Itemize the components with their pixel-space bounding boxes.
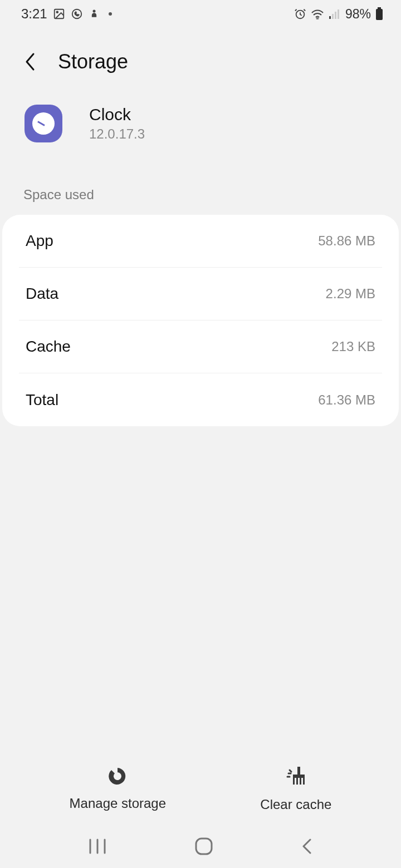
row-cache[interactable]: Cache 213 KB [19, 320, 382, 373]
broom-icon [284, 766, 307, 790]
row-value: 213 KB [331, 339, 375, 354]
row-total[interactable]: Total 61.36 MB [19, 373, 382, 426]
section-label: Space used [0, 154, 401, 215]
action-label: Manage storage [70, 796, 166, 811]
svg-rect-6 [329, 16, 331, 19]
status-right: 98% [294, 7, 383, 22]
svg-rect-9 [338, 9, 339, 19]
svg-rect-13 [293, 778, 295, 785]
svg-rect-15 [300, 778, 301, 785]
gallery-icon [53, 8, 65, 20]
nav-back-button[interactable] [301, 837, 313, 857]
row-app[interactable]: App 58.86 MB [19, 215, 382, 268]
alarm-icon [294, 8, 306, 20]
svg-rect-12 [297, 767, 300, 775]
svg-rect-14 [296, 778, 298, 785]
person-icon [89, 8, 100, 20]
dot-icon [109, 12, 112, 16]
svg-rect-16 [303, 778, 305, 785]
status-bar: 3:21 98% [0, 0, 401, 28]
svg-rect-20 [196, 839, 212, 854]
header: Storage [0, 28, 401, 90]
svg-point-3 [92, 10, 95, 13]
row-value: 58.86 MB [318, 233, 375, 249]
space-used-card: App 58.86 MB Data 2.29 MB Cache 213 KB T… [2, 215, 399, 426]
app-version: 12.0.17.3 [89, 126, 145, 142]
svg-rect-10 [378, 7, 381, 9]
row-label: App [26, 232, 53, 250]
clear-cache-button[interactable]: Clear cache [260, 766, 331, 812]
bottom-actions: Manage storage Clear cache [0, 754, 401, 823]
status-time: 3:21 [21, 6, 47, 22]
page-title: Storage [58, 50, 128, 73]
app-info: Clock 12.0.17.3 [0, 90, 401, 154]
svg-point-1 [56, 11, 58, 13]
svg-rect-8 [335, 12, 336, 19]
svg-rect-11 [376, 9, 383, 20]
row-label: Cache [26, 338, 71, 356]
battery-icon [375, 7, 383, 21]
row-label: Data [26, 285, 58, 303]
nav-bar [0, 826, 401, 868]
whatsapp-icon [71, 8, 83, 20]
wifi-icon [311, 8, 324, 19]
action-label: Clear cache [260, 797, 331, 812]
back-button[interactable] [23, 51, 38, 73]
svg-rect-7 [332, 14, 334, 19]
storage-chart-icon [107, 766, 128, 789]
nav-recents-button[interactable] [88, 839, 107, 856]
svg-point-5 [316, 18, 318, 19]
app-icon [25, 105, 62, 142]
svg-point-2 [72, 9, 81, 19]
signal-icon [329, 8, 341, 19]
row-label: Total [26, 391, 58, 409]
manage-storage-button[interactable]: Manage storage [70, 766, 166, 812]
row-data[interactable]: Data 2.29 MB [19, 268, 382, 320]
row-value: 61.36 MB [318, 392, 375, 408]
status-left: 3:21 [21, 6, 112, 22]
app-name: Clock [89, 105, 145, 124]
row-value: 2.29 MB [326, 286, 375, 302]
nav-home-button[interactable] [194, 837, 213, 858]
battery-percent: 98% [345, 7, 371, 22]
app-text: Clock 12.0.17.3 [89, 105, 145, 142]
